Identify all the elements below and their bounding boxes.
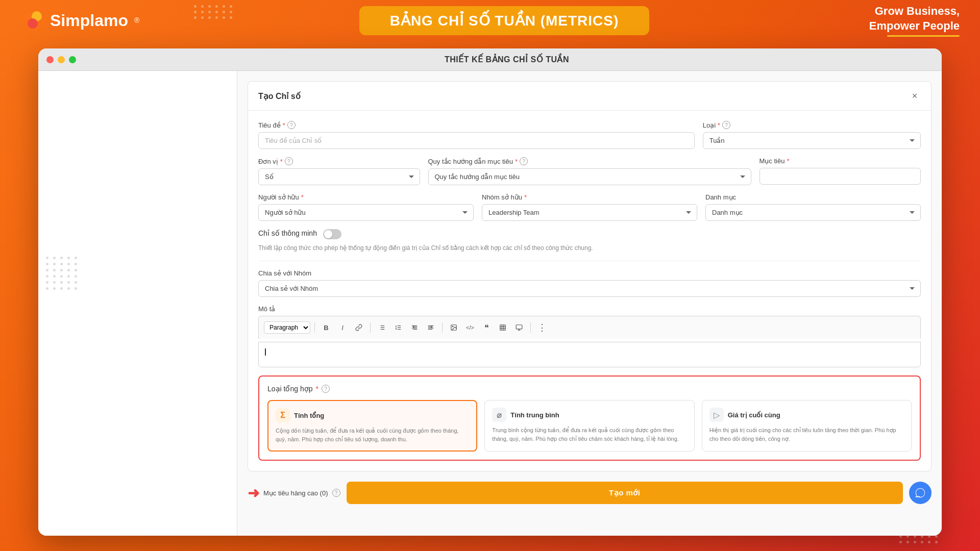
nhom-so-huu-select[interactable]: Leadership Team	[482, 204, 697, 221]
loai-options-grid: Σ Tính tổng Cộng dồn từng tuần, để đưa r…	[267, 400, 912, 452]
form-area: Tạo Chỉ số × Tiêu đề * ?	[237, 71, 942, 536]
don-vi-group: Đơn vị * ? Số	[258, 157, 420, 185]
danh-muc-select[interactable]: Danh mục	[705, 204, 921, 221]
tieu-de-input[interactable]	[258, 132, 695, 149]
indent-left-button[interactable]	[407, 320, 422, 335]
loai-tong-hop-title: Loại tổng hợp * ?	[267, 385, 912, 393]
tinh-tong-title: Tính tổng	[294, 412, 324, 419]
tieu-de-info-icon[interactable]: ?	[287, 121, 296, 129]
embed-button[interactable]	[512, 320, 526, 335]
loai-select[interactable]: Tuần	[703, 132, 921, 149]
image-button[interactable]	[447, 320, 461, 335]
form-row-1: Tiêu đề * ? Loại * ?	[258, 121, 921, 149]
danh-muc-group: Danh mục Danh mục	[705, 193, 921, 221]
sidebar-dots	[46, 257, 78, 290]
form-content: Tiêu đề * ? Loại * ?	[248, 111, 931, 471]
main-window: THIẾT KẾ BẢNG CHỈ SỐ TUẦN	[38, 48, 942, 536]
required-star: *	[283, 121, 285, 129]
chia-se-select[interactable]: Chia sẻ với Nhóm	[258, 280, 921, 297]
muc-tieu-input[interactable]: 0	[760, 168, 921, 185]
form-panel-title: Tạo Chỉ số	[258, 91, 301, 101]
list-ul-button[interactable]	[375, 320, 389, 335]
quote-button[interactable]: ❝	[479, 320, 494, 335]
loai-info-icon[interactable]: ?	[322, 385, 330, 393]
muc-tieu-label: Mục tiêu *	[760, 157, 921, 165]
bold-button[interactable]: B	[319, 320, 333, 335]
paragraph-select[interactable]: Paragraph	[264, 321, 310, 334]
form-close-button[interactable]: ×	[909, 90, 921, 102]
toolbar-divider-4	[530, 322, 531, 333]
chat-button[interactable]	[909, 482, 932, 504]
svg-rect-27	[516, 325, 522, 329]
tinh-trung-binh-icon: ⌀	[492, 408, 506, 422]
nguoi-so-huu-label: Người sở hữu *	[258, 193, 474, 201]
window-close-btn[interactable]	[46, 56, 54, 63]
window-titlebar: THIẾT KẾ BẢNG CHỈ SỐ TUẦN	[38, 48, 942, 71]
nguoi-so-huu-select[interactable]: Người sở hữu	[258, 204, 474, 221]
form-row-2: Đơn vị * ? Số Quy tắc hướng dẫn mục tiêu…	[258, 157, 921, 185]
nhom-so-huu-group: Nhóm sở hữu * Leadership Team	[482, 193, 697, 221]
chia-se-group: Chia sẻ với Nhóm Chia sẻ với Nhóm	[258, 269, 921, 297]
indent-right-button[interactable]	[424, 320, 438, 335]
chia-se-label: Chia sẻ với Nhóm	[258, 269, 921, 277]
description-toolbar: Paragraph B I	[258, 316, 921, 339]
italic-button[interactable]: I	[335, 320, 350, 335]
table-button[interactable]	[496, 320, 510, 335]
loai-card-tinh-tong[interactable]: Σ Tính tổng Cộng dồn từng tuần, để đưa r…	[267, 400, 477, 452]
gia-tri-cuoi-cung-desc: Hiện thị giá trị cuối cùng cho các chỉ t…	[709, 426, 904, 443]
text-cursor	[265, 348, 266, 356]
smart-desc: Thiết lập công thức cho phép hệ thống tự…	[258, 243, 921, 253]
logo-text: Simplamo	[50, 11, 128, 30]
svg-rect-22	[500, 325, 506, 331]
loai-card-gia-tri-cuoi-cung[interactable]: ▷ Giá trị cuối cùng Hiện thị giá trị cuố…	[702, 400, 912, 452]
red-arrow-icon: ➜	[248, 485, 259, 502]
gia-tri-cuoi-cung-icon: ▷	[709, 408, 724, 422]
tinh-tong-icon: Σ	[276, 408, 290, 422]
tieu-de-group: Tiêu đề * ?	[258, 121, 695, 149]
nguoi-so-huu-group: Người sở hữu * Người sở hữu	[258, 193, 474, 221]
bg-dots-top-left	[194, 5, 234, 19]
logo-trademark: ®	[134, 16, 139, 24]
don-vi-select[interactable]: Số	[258, 168, 420, 185]
logo-area: Simplamo ®	[20, 8, 139, 33]
loai-info-icon[interactable]: ?	[722, 121, 730, 129]
danh-muc-label: Danh mục	[705, 193, 921, 201]
window-body: Tạo Chỉ số × Tiêu đề * ?	[38, 71, 942, 536]
smart-toggle[interactable]	[323, 229, 341, 239]
muc-tieu-info-icon[interactable]: ?	[332, 489, 340, 497]
tinh-trung-binh-title: Tính trung bình	[510, 411, 559, 419]
mo-ta-group: Mô tả Paragraph B I	[258, 305, 921, 367]
quy-tac-group: Quy tắc hướng dẫn mục tiêu * ? Quy tắc h…	[428, 157, 751, 185]
toolbar-divider-3	[442, 322, 443, 333]
svg-point-21	[452, 326, 453, 327]
muc-tieu-hang-cao-label: Mục tiêu hàng cao (0)	[263, 489, 328, 497]
code-button[interactable]: </>	[463, 320, 477, 335]
window-minimize-btn[interactable]	[58, 56, 65, 63]
list-ol-button[interactable]	[391, 320, 405, 335]
form-row-3: Người sở hữu * Người sở hữu Nhóm sở hữu …	[258, 193, 921, 221]
tinh-tong-desc: Cộng dồn từng tuần, để đưa ra kết quả cu…	[276, 427, 469, 443]
svg-point-2	[28, 18, 38, 29]
form-panel-header: Tạo Chỉ số ×	[248, 82, 931, 111]
quy-tac-info-icon[interactable]: ?	[520, 157, 528, 165]
don-vi-info-icon[interactable]: ?	[285, 157, 293, 165]
don-vi-label: Đơn vị * ?	[258, 157, 420, 165]
loai-tong-hop-section: Loại tổng hợp * ? Σ Tính tổng	[258, 375, 921, 461]
tagline-line1: Grow Business,	[869, 4, 960, 19]
loai-group: Loại * ? Tuần	[703, 121, 921, 149]
muc-tieu-group: Mục tiêu * 0	[760, 157, 921, 185]
bottom-action-bar: ➜ Mục tiêu hàng cao (0) ? Tạo mới	[237, 482, 942, 509]
link-button[interactable]	[352, 320, 366, 335]
more-button[interactable]: ⋮	[535, 320, 549, 335]
create-button[interactable]: Tạo mới	[347, 482, 903, 504]
window-maximize-btn[interactable]	[69, 56, 76, 63]
quy-tac-label: Quy tắc hướng dẫn mục tiêu * ?	[428, 157, 751, 165]
gia-tri-cuoi-cung-title: Giá trị cuối cùng	[728, 411, 780, 419]
form-panel: Tạo Chỉ số × Tiêu đề * ?	[248, 81, 932, 471]
loai-card-tinh-trung-binh[interactable]: ⌀ Tính trung bình Trung bình cộng từng t…	[484, 400, 694, 452]
quy-tac-select[interactable]: Quy tắc hướng dẫn mục tiêu	[428, 168, 751, 185]
nhom-so-huu-label: Nhóm sở hữu *	[482, 193, 697, 201]
divider	[258, 261, 921, 261]
description-editor[interactable]	[258, 342, 921, 367]
smart-metric-row: Chỉ số thông minh	[258, 229, 921, 239]
